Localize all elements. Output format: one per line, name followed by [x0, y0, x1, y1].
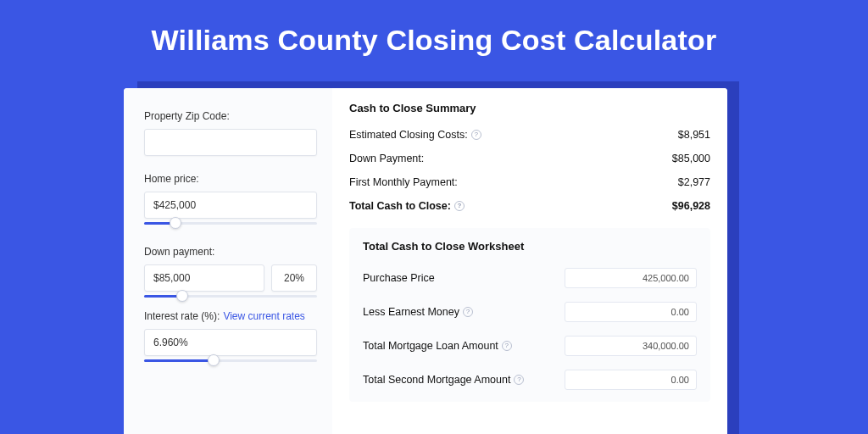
zip-label: Property Zip Code: — [144, 110, 317, 122]
down-payment-slider[interactable] — [144, 290, 317, 302]
worksheet-label: Purchase Price — [363, 272, 435, 284]
down-payment-input[interactable] — [144, 264, 264, 292]
home-price-label: Home price: — [144, 173, 317, 185]
summary-row-first-payment: First Monthly Payment: $2,977 — [349, 170, 710, 194]
summary-row-down-payment: Down Payment: $85,000 — [349, 147, 710, 170]
interest-rate-input[interactable] — [144, 329, 317, 356]
down-payment-label: Down payment: — [144, 246, 317, 258]
summary-value: $8,951 — [678, 129, 710, 141]
help-icon[interactable] — [454, 201, 465, 211]
worksheet-label: Less Earnest Money — [363, 306, 459, 318]
worksheet-row-purchase-price: Purchase Price — [363, 261, 697, 295]
summary-total-label: Total Cash to Close: — [349, 200, 451, 212]
worksheet-section: Total Cash to Close Worksheet Purchase P… — [349, 228, 710, 402]
worksheet-row-earnest-money: Less Earnest Money — [363, 295, 697, 329]
help-icon[interactable] — [502, 341, 512, 351]
worksheet-row-second-mortgage: Total Second Mortgage Amount — [363, 363, 697, 397]
summary-row-closing-costs: Estimated Closing Costs: $8,951 — [349, 123, 710, 147]
page-title: Williams County Closing Cost Calculator — [0, 0, 868, 57]
worksheet-value-input[interactable] — [565, 336, 697, 356]
worksheet-title: Total Cash to Close Worksheet — [363, 240, 697, 253]
worksheet-row-mortgage-amount: Total Mortgage Loan Amount — [363, 329, 697, 363]
help-icon[interactable] — [463, 307, 473, 317]
view-rates-link[interactable]: View current rates — [223, 310, 305, 322]
summary-label: First Monthly Payment: — [349, 176, 458, 188]
calculator-card: Property Zip Code: Home price: Down paym… — [124, 88, 727, 434]
inputs-pane: Property Zip Code: Home price: Down paym… — [124, 88, 332, 434]
interest-rate-slider[interactable] — [144, 354, 317, 366]
help-icon[interactable] — [471, 130, 481, 140]
summary-row-total: Total Cash to Close: $96,928 — [349, 194, 710, 218]
down-payment-pct-input[interactable] — [271, 264, 317, 292]
home-price-slider-thumb[interactable] — [170, 217, 181, 229]
summary-label: Down Payment: — [349, 153, 424, 164]
worksheet-value-input[interactable] — [565, 268, 697, 288]
summary-pane: Cash to Close Summary Estimated Closing … — [332, 88, 727, 434]
zip-input[interactable] — [144, 129, 317, 156]
summary-total-value: $96,928 — [672, 200, 710, 212]
home-price-slider[interactable] — [144, 217, 317, 229]
worksheet-value-input[interactable] — [565, 370, 697, 390]
summary-value: $85,000 — [672, 153, 710, 164]
summary-title: Cash to Close Summary — [349, 102, 710, 114]
summary-label: Estimated Closing Costs: — [349, 129, 468, 141]
down-payment-slider-thumb[interactable] — [176, 290, 188, 302]
worksheet-label: Total Mortgage Loan Amount — [363, 340, 498, 352]
interest-rate-label: Interest rate (%): — [144, 310, 220, 322]
home-price-input[interactable] — [144, 192, 317, 219]
help-icon[interactable] — [514, 375, 524, 385]
worksheet-value-input[interactable] — [565, 302, 697, 322]
worksheet-label: Total Second Mortgage Amount — [363, 374, 510, 386]
summary-value: $2,977 — [678, 176, 710, 188]
interest-rate-slider-thumb[interactable] — [208, 354, 220, 366]
